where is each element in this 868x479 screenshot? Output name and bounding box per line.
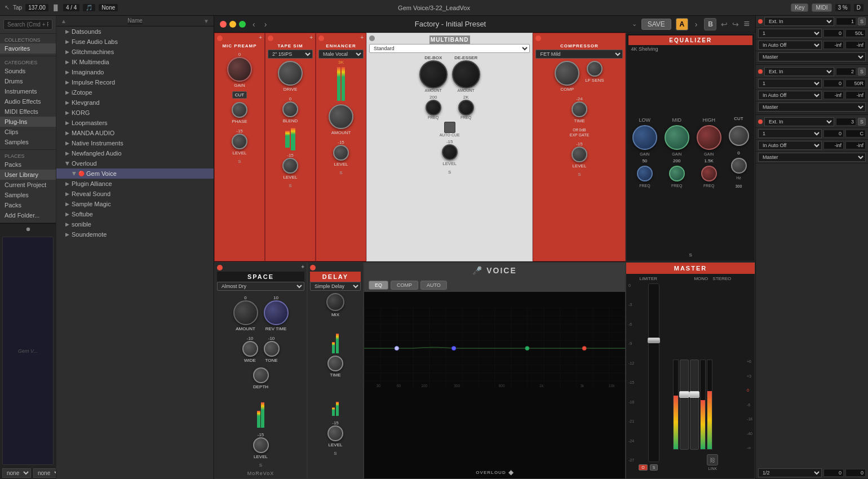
eq-point-3[interactable] (525, 346, 529, 350)
sidebar-item-audio-effects[interactable]: Audio Effects (0, 96, 56, 107)
list-item-datsounds[interactable]: ▶ Datsounds (56, 26, 214, 37)
stereo-left-thumb[interactable] (679, 391, 689, 398)
tone-knob[interactable] (264, 341, 280, 357)
comp-knob[interactable] (555, 61, 579, 86)
phase-knob[interactable] (232, 102, 247, 118)
key-button[interactable]: Key (791, 3, 808, 12)
eq-level-knob[interactable] (731, 158, 747, 174)
delay-power-btn[interactable] (310, 265, 316, 270)
delay-level-knob[interactable] (327, 425, 343, 441)
auto-select-3[interactable]: In Auto Off (758, 141, 822, 150)
enhancer-add-btn[interactable]: + (360, 34, 364, 41)
maximize-window-button[interactable] (239, 21, 246, 28)
stereo-left-fader[interactable] (680, 360, 689, 450)
auto-select-1[interactable]: In Auto Off (758, 41, 822, 50)
tab-auto[interactable]: AUTO (420, 281, 447, 290)
list-item-soundemote[interactable]: ▶ Soundemote (56, 229, 214, 239)
eq-cut-knob[interactable] (729, 126, 749, 146)
list-item-overloud[interactable]: ▶ Overloud (56, 158, 214, 168)
multiband-level-knob[interactable] (442, 144, 458, 160)
amount-knob-sp[interactable] (233, 300, 258, 325)
gain-knob[interactable] (227, 57, 252, 82)
half-select[interactable]: 1/2 (758, 468, 822, 477)
sidebar-item-sounds[interactable]: Sounds (0, 66, 56, 76)
list-item-plugin-alliance[interactable]: ▶ Plugin Alliance (56, 179, 214, 189)
master-select-1[interactable]: Master (758, 52, 866, 61)
minimize-window-button[interactable] (229, 21, 236, 28)
auto-select-2[interactable]: In Auto Off (758, 91, 822, 100)
rev-time-knob[interactable] (264, 300, 289, 325)
list-item-sonible[interactable]: ▶ sonible (56, 219, 214, 229)
mic-preamp-power-btn[interactable] (217, 36, 223, 41)
ch-select-2[interactable]: 1 (758, 79, 822, 88)
list-item-korg[interactable]: ▶ KORG (56, 108, 214, 118)
space-add-btn[interactable]: + (301, 264, 304, 270)
limiter-o-btn[interactable]: O (639, 464, 647, 471)
eq-high-freq-knob[interactable] (701, 166, 717, 181)
limiter-thumb[interactable] (648, 338, 660, 343)
debox-amount-knob[interactable] (419, 60, 448, 88)
plugin-menu-button[interactable]: ≡ (743, 18, 750, 30)
debox-freq-knob[interactable] (426, 100, 441, 116)
eq-point-4[interactable] (582, 346, 586, 350)
eq-mid-gain-knob[interactable] (665, 125, 689, 150)
blend-knob[interactable] (282, 101, 298, 117)
list-item-softube[interactable]: ▶ Softube (56, 209, 214, 219)
comp-power-btn[interactable] (535, 36, 541, 41)
lf-sens-knob[interactable] (587, 61, 603, 77)
s-button-2[interactable]: S (858, 68, 866, 76)
bpm-value[interactable]: 137.00 (25, 4, 48, 11)
eq-high-gain-knob[interactable] (697, 125, 721, 150)
sidebar-item-samples2[interactable]: Samples (0, 190, 56, 200)
sidebar-item-samples[interactable]: Samples (0, 137, 56, 147)
list-item-glitch[interactable]: ▶ Glitchmachines (56, 47, 214, 57)
s-button-1[interactable]: S (858, 17, 866, 25)
mic-preamp-add-btn[interactable]: + (259, 34, 262, 41)
delay-preset[interactable]: Simple Delay (310, 282, 361, 291)
master-select-2[interactable]: Master (758, 103, 866, 112)
sidebar-item-instruments[interactable]: Instruments (0, 86, 56, 96)
preview-select-2[interactable]: none (33, 468, 56, 478)
stereo-right-thumb[interactable] (689, 391, 699, 398)
sidebar-item-packs[interactable]: Packs (0, 159, 56, 170)
sidebar-item-add-folder[interactable]: Add Folder... (0, 210, 56, 220)
list-item-sample-magic[interactable]: ▶ Sample Magic (56, 199, 214, 209)
preset-a-button[interactable]: A (676, 18, 688, 30)
midi-button[interactable]: MIDI (812, 3, 831, 12)
nav-forward-button[interactable]: › (262, 20, 269, 29)
tape-sim-power-btn[interactable] (268, 36, 273, 41)
list-item-imaginando[interactable]: ▶ Imaginando (56, 67, 214, 77)
save-button[interactable]: SAVE (641, 19, 671, 30)
limiter-s-btn[interactable]: S (650, 464, 658, 471)
tab-eq[interactable]: EQ (369, 281, 388, 290)
sidebar-item-favorites[interactable]: Favorites (0, 43, 56, 54)
sidebar-item-clips[interactable]: Clips (0, 127, 56, 137)
desser-amount-knob[interactable] (452, 60, 480, 88)
preset-b-button[interactable]: B (704, 18, 716, 30)
comp-preset[interactable]: FET Mild (535, 50, 623, 59)
sidebar-item-current-project[interactable]: Current Project (0, 180, 56, 190)
depth-knob[interactable] (253, 367, 269, 383)
enhancer-preset[interactable]: Male Vocal (318, 50, 364, 59)
link-icon[interactable]: ⛓ (707, 454, 718, 465)
ch-select-1[interactable]: 1 (758, 29, 822, 38)
eq-mid-freq-knob[interactable] (669, 166, 685, 181)
preset-down-icon[interactable]: ⌄ (632, 20, 637, 28)
wide-knob[interactable] (242, 341, 258, 357)
stereo-right-fader[interactable] (690, 360, 699, 450)
sidebar-item-midi-effects[interactable]: MIDI Effects (0, 107, 56, 117)
sidebar-item-drums[interactable]: Drums (0, 76, 56, 86)
tab-comp[interactable]: COMP (391, 281, 418, 290)
list-item-izotope[interactable]: ▶ iZotope (56, 87, 214, 97)
time-knob-delay[interactable] (327, 356, 343, 371)
ext-in-select-3[interactable]: Ext. In (764, 117, 834, 126)
ext-in-select-1[interactable]: Ext. In (764, 17, 834, 26)
eq-point-2[interactable] (452, 346, 456, 350)
s-button-3[interactable]: S (858, 118, 866, 126)
ext-in-select-2[interactable]: Ext. In (764, 67, 834, 76)
comp-level-knob[interactable] (572, 147, 587, 162)
space-power-btn[interactable] (217, 265, 223, 270)
mix-knob[interactable] (326, 293, 344, 311)
list-item-reveal[interactable]: ▶ Reveal Sound (56, 189, 214, 199)
ab-nav-button[interactable]: › (693, 20, 700, 29)
